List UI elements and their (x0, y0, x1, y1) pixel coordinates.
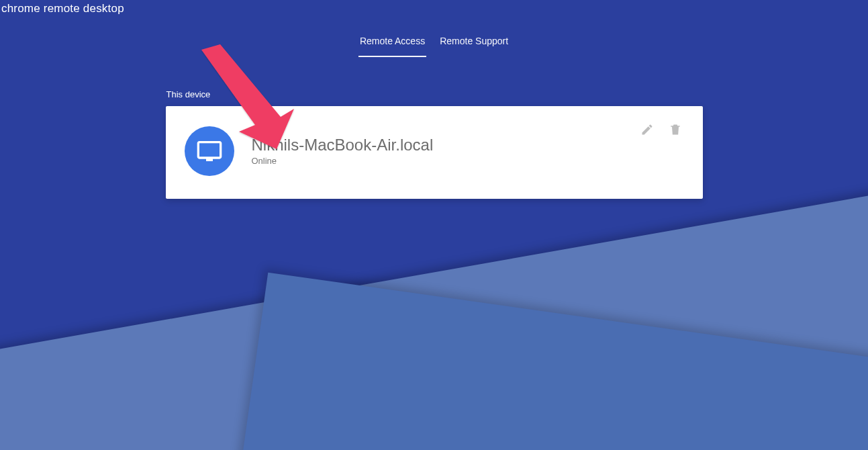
pencil-icon (640, 123, 654, 139)
tab-remote-access[interactable]: Remote Access (358, 32, 426, 57)
card-actions (640, 124, 683, 138)
device-name: Nikhils-MacBook-Air.local (252, 136, 684, 154)
device-text: Nikhils-MacBook-Air.local Online (252, 136, 684, 165)
section-label: This device (166, 89, 703, 99)
tab-remote-support[interactable]: Remote Support (438, 32, 510, 57)
delete-button[interactable] (668, 124, 683, 138)
edit-button[interactable] (640, 124, 655, 138)
monitor-icon (185, 126, 234, 176)
app-title: chrome remote desktop (0, 0, 868, 15)
tabs: Remote Access Remote Support (0, 32, 868, 57)
this-device-section: This device Nikhils-MacBook-Air.local On… (166, 89, 703, 199)
trash-icon (669, 123, 682, 139)
device-card[interactable]: Nikhils-MacBook-Air.local Online (166, 106, 703, 199)
device-status: Online (252, 156, 684, 166)
